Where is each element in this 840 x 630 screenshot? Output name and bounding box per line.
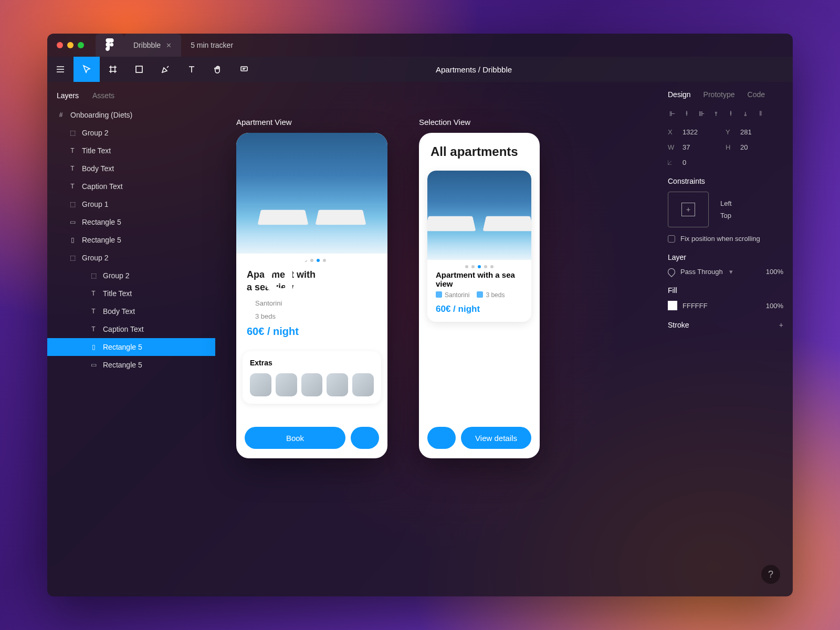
text-icon: T: [89, 308, 98, 315]
constraint-v[interactable]: Top: [720, 212, 732, 219]
layer-text[interactable]: TCaption Text: [47, 320, 215, 338]
align-controls: ⊩ ⫲ ⊪ ⫯ ⫲ ⫰ ⦀: [668, 109, 783, 118]
fix-position-label: Fix position when scrolling: [680, 235, 760, 243]
extra-thumb[interactable]: [352, 373, 374, 396]
y-value[interactable]: 281: [740, 128, 752, 136]
layer-text[interactable]: TTitle Text: [47, 285, 215, 302]
layer-mobile-selected[interactable]: ▯Rectangle 5: [47, 338, 215, 356]
layer-group[interactable]: ⬚Group 2: [47, 267, 215, 285]
text-icon: T: [68, 165, 77, 172]
text-tool[interactable]: [178, 57, 205, 82]
text-icon: T: [68, 183, 77, 190]
canvas[interactable]: Apartment View Apartment with a sea view…: [215, 82, 658, 596]
mobile-icon: ▯: [68, 236, 77, 244]
book-button[interactable]: Book: [245, 427, 345, 449]
w-value[interactable]: 37: [682, 143, 690, 151]
layer-opacity[interactable]: 100%: [766, 268, 783, 276]
phone-frame[interactable]: All apartments Apartment with a sea view…: [419, 133, 540, 458]
layer-text[interactable]: TTitle Text: [47, 142, 215, 160]
add-stroke-icon[interactable]: +: [779, 321, 783, 329]
align-vcenter-icon[interactable]: ⫲: [727, 109, 735, 118]
artboard-label[interactable]: Selection View: [419, 118, 540, 127]
text-icon: T: [89, 326, 98, 333]
close-window-icon[interactable]: [57, 42, 63, 48]
layer-group[interactable]: ⬚Group 1: [47, 195, 215, 213]
tab-layers[interactable]: Layers: [57, 91, 79, 100]
inspector-panel: Design Prototype Code ⊩ ⫲ ⊪ ⫯ ⫲ ⫰ ⦀ X132…: [658, 82, 793, 596]
layer-rect[interactable]: ▭Rectangle 5: [47, 356, 215, 374]
align-left-icon[interactable]: ⊩: [668, 109, 676, 118]
x-value[interactable]: 1322: [682, 128, 698, 136]
layers-panel: Layers Assets #Onboarding (Diets) ⬚Group…: [47, 82, 215, 596]
align-top-icon[interactable]: ⫯: [712, 109, 720, 118]
secondary-button[interactable]: [351, 427, 379, 449]
layer-text[interactable]: TCaption Text: [47, 177, 215, 195]
group-icon: ⬚: [68, 201, 77, 208]
h-value[interactable]: 20: [740, 143, 748, 151]
comment-tool[interactable]: [231, 57, 257, 82]
layer-group[interactable]: ⬚Group 2: [47, 249, 215, 267]
menu-button[interactable]: [47, 57, 74, 82]
toolbar: Apartments / Dribbble: [47, 57, 793, 82]
rotation-value[interactable]: 0: [682, 159, 686, 166]
tab-prototype[interactable]: Prototype: [704, 90, 735, 99]
fill-opacity[interactable]: 100%: [766, 302, 783, 310]
blend-mode[interactable]: Pass Through: [680, 268, 723, 276]
layer-frame[interactable]: #Onboarding (Diets): [47, 106, 215, 124]
fill-swatch[interactable]: [668, 301, 677, 310]
layer-text[interactable]: TBody Text: [47, 160, 215, 177]
help-button[interactable]: ?: [761, 565, 780, 584]
tab-design[interactable]: Design: [668, 90, 691, 99]
page-dots: [427, 260, 531, 270]
frame-tool[interactable]: [100, 57, 126, 82]
layer-text[interactable]: TBody Text: [47, 302, 215, 320]
layer-rect[interactable]: ▭Rectangle 5: [47, 213, 215, 231]
tab-dribbble[interactable]: Dribbble ✕: [124, 34, 181, 57]
x-label: X: [668, 128, 676, 136]
group-icon: ⬚: [89, 272, 98, 279]
pen-tool[interactable]: [152, 57, 178, 82]
svg-rect-1: [136, 66, 142, 72]
listing-card[interactable]: Apartment with a sea view Santorini3 bed…: [427, 171, 531, 322]
distribute-icon[interactable]: ⦀: [756, 109, 764, 118]
artboard-label[interactable]: Apartment View: [236, 118, 387, 127]
layer-group[interactable]: ⬚Group 2: [47, 124, 215, 142]
extra-thumb[interactable]: [327, 373, 348, 396]
tab-figma-home[interactable]: [96, 34, 124, 57]
fill-hex[interactable]: FFFFFF: [682, 302, 708, 310]
align-hcenter-icon[interactable]: ⫲: [682, 109, 691, 118]
view-details-button[interactable]: View details: [461, 427, 531, 449]
chevron-down-icon[interactable]: ▾: [729, 268, 733, 276]
rectangle-tool[interactable]: [126, 57, 152, 82]
stroke-heading: Stroke: [668, 321, 689, 329]
maximize-window-icon[interactable]: [78, 42, 84, 48]
tab-code[interactable]: Code: [748, 90, 765, 99]
fix-position-checkbox[interactable]: [668, 235, 675, 243]
listing-location: Santorini: [247, 299, 377, 307]
listing-price: 60€ / night: [247, 326, 377, 338]
listing-price: 60€ / night: [427, 302, 531, 322]
extra-thumb[interactable]: [250, 373, 271, 396]
secondary-button[interactable]: [427, 427, 456, 449]
extras-card: Extras: [243, 351, 381, 404]
tab-bar: Dribbble ✕ 5 min tracker: [47, 34, 793, 57]
close-icon[interactable]: ✕: [166, 41, 172, 49]
tab-tracker[interactable]: 5 min tracker: [181, 34, 243, 57]
rotation-icon: ⟀: [668, 159, 676, 166]
move-tool[interactable]: [74, 57, 100, 82]
align-right-icon[interactable]: ⊪: [697, 109, 706, 118]
extra-thumb[interactable]: [301, 373, 323, 396]
figma-logo-icon: [105, 38, 114, 52]
minimize-window-icon[interactable]: [67, 42, 74, 48]
main-area: Layers Assets #Onboarding (Diets) ⬚Group…: [47, 82, 793, 596]
constraints-widget[interactable]: [668, 192, 709, 227]
app-window: Dribbble ✕ 5 min tracker Apartments / Dr…: [47, 34, 793, 596]
document-title: Apartments / Dribbble: [436, 65, 512, 74]
tab-assets[interactable]: Assets: [92, 91, 114, 100]
align-bottom-icon[interactable]: ⫰: [741, 109, 750, 118]
hand-tool[interactable]: [205, 57, 231, 82]
hero-image: [427, 171, 531, 260]
constraint-h[interactable]: Left: [720, 200, 732, 207]
extra-thumb[interactable]: [276, 373, 297, 396]
layer-mobile[interactable]: ▯Rectangle 5: [47, 231, 215, 249]
